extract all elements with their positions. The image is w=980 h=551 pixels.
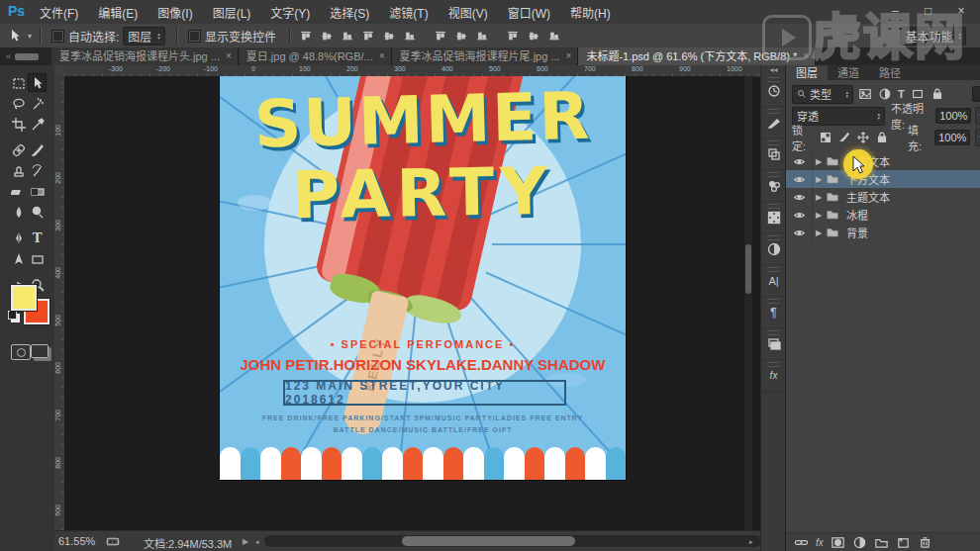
menu-item[interactable]: 窗口(W): [498, 0, 560, 25]
eye-icon[interactable]: [792, 173, 807, 186]
layer-row-主题文本[interactable]: ▶主题文本: [786, 188, 980, 206]
menu-item[interactable]: 滤镜(T): [379, 0, 438, 25]
layer-style-fx-icon[interactable]: fx: [816, 537, 824, 548]
add-mask-icon[interactable]: [831, 535, 845, 550]
layer-name[interactable]: 背景: [846, 225, 868, 240]
distribute-right-icon[interactable]: [547, 30, 561, 43]
opacity-dropdown-button[interactable]: ▾: [975, 107, 980, 125]
dodge-tool[interactable]: [28, 203, 47, 222]
menu-item[interactable]: 图层(L): [203, 0, 261, 25]
filter-type-dropdown[interactable]: 类型 ▴▾: [792, 85, 853, 104]
distribute-top-icon[interactable]: [434, 30, 447, 43]
styles-panel-button[interactable]: fx: [761, 360, 786, 392]
magic-wand-tool[interactable]: [28, 94, 47, 113]
collapse-dock-icon[interactable]: ◂◂: [761, 65, 786, 75]
tab-close-icon[interactable]: ×: [379, 47, 385, 65]
expand-triangle-icon[interactable]: ▶: [813, 175, 825, 184]
menu-item[interactable]: 图像(I): [147, 0, 202, 25]
horizontal-scrollbar-thumb[interactable]: [402, 536, 575, 546]
expand-triangle-icon[interactable]: ▶: [813, 193, 825, 202]
menu-item[interactable]: 文字(Y): [260, 0, 320, 25]
lock-position-icon[interactable]: [856, 131, 870, 144]
swatches-panel-button[interactable]: [761, 202, 786, 233]
tab-close-icon[interactable]: ×: [226, 47, 232, 65]
maximize-button[interactable]: □: [914, 4, 943, 18]
distribute-hcenter-icon[interactable]: [527, 30, 540, 43]
eye-icon[interactable]: [792, 209, 807, 222]
canvas-horizontal-scrollbar[interactable]: [264, 535, 761, 547]
menu-item[interactable]: 选择(S): [320, 0, 379, 25]
scroll-left-arrow-icon[interactable]: ◂: [255, 538, 259, 546]
paragraph-panel-button[interactable]: ¶: [761, 297, 786, 328]
layer-name[interactable]: 冰棍: [846, 207, 868, 223]
filter-toggle[interactable]: [972, 86, 980, 102]
minimize-button[interactable]: –: [880, 4, 910, 18]
document-tab-1[interactable]: 夏季冰品促销海报课程片头.jpg ...×: [51, 47, 239, 65]
type-filter-icon[interactable]: T: [898, 88, 905, 100]
expand-triangle-icon[interactable]: ▶: [813, 157, 825, 166]
marquee-tool[interactable]: [9, 73, 28, 92]
crop-tool[interactable]: [9, 115, 28, 134]
close-button[interactable]: ×: [946, 4, 976, 18]
show-transform-checkbox[interactable]: [188, 30, 201, 43]
default-colors-icon[interactable]: [8, 311, 17, 320]
zoom-level-field[interactable]: 61.55%: [58, 535, 95, 547]
align-vertical-centers-icon[interactable]: [320, 30, 334, 43]
new-group-icon[interactable]: [874, 535, 889, 550]
clone-stamp-tool[interactable]: [9, 161, 28, 180]
panel-tab-图层[interactable]: 图层: [786, 65, 828, 82]
eyedropper-tool[interactable]: [28, 115, 47, 134]
expand-triangle-icon[interactable]: ▶: [813, 211, 825, 220]
status-preview-icon[interactable]: [102, 535, 124, 548]
fill-dropdown-button[interactable]: ▾: [975, 129, 980, 146]
align-left-edges-icon[interactable]: [361, 30, 375, 43]
lock-transparent-icon[interactable]: [819, 131, 833, 144]
link-layers-icon[interactable]: [794, 535, 809, 550]
layer-comps-panel-button[interactable]: [761, 328, 786, 360]
canvas-viewport[interactable]: KELLY SUMMER PARTY • SPECIAL PERFOMANCE …: [64, 76, 752, 530]
menu-item[interactable]: 文件(F): [30, 0, 88, 25]
tab-close-icon[interactable]: ×: [566, 47, 572, 65]
history-brush-tool[interactable]: [28, 161, 47, 180]
eye-icon[interactable]: [792, 155, 807, 168]
eraser-tool[interactable]: [9, 182, 28, 201]
move-tool-option-icon[interactable]: ▾: [6, 24, 32, 47]
opacity-value[interactable]: 100%: [935, 108, 971, 124]
lock-pixels-icon[interactable]: [837, 131, 851, 144]
menu-item[interactable]: 帮助(H): [560, 0, 621, 25]
tab-close-icon[interactable]: ×: [803, 47, 809, 65]
align-bottom-edges-icon[interactable]: [341, 30, 354, 43]
distribute-left-icon[interactable]: [506, 30, 520, 43]
smart-object-filter-icon[interactable]: [931, 87, 944, 101]
align-right-edges-icon[interactable]: [403, 30, 417, 43]
document-tab-2[interactable]: 夏日.jpg @ 48.8%(RGB/...×: [239, 47, 392, 65]
poster-document[interactable]: KELLY SUMMER PARTY • SPECIAL PERFOMANCE …: [220, 76, 626, 480]
scroll-right-arrow-icon[interactable]: ▸: [749, 538, 753, 546]
add-adjustment-icon[interactable]: [852, 535, 867, 550]
auto-select-dropdown[interactable]: 图层 ▴▾: [123, 27, 165, 46]
shape-tool[interactable]: [28, 249, 47, 268]
visibility-cell[interactable]: [786, 170, 813, 188]
foreground-color-swatch[interactable]: [11, 285, 37, 311]
blur-tool[interactable]: [9, 203, 28, 222]
pixel-filter-icon[interactable]: [858, 87, 872, 101]
new-layer-icon[interactable]: [896, 535, 911, 550]
type-tool[interactable]: T: [28, 229, 47, 247]
clone-source-panel-button[interactable]: [761, 138, 786, 170]
visibility-cell[interactable]: [786, 188, 813, 206]
document-tab-3[interactable]: 夏季冰品促销海报课程片尾.jpg ...×: [392, 47, 579, 65]
fill-value[interactable]: 100%: [934, 130, 970, 145]
history-panel-button[interactable]: [761, 75, 786, 107]
layer-row-背景[interactable]: ▶背景: [786, 224, 980, 241]
panel-tab-通道[interactable]: 通道: [828, 65, 869, 82]
adjustment-filter-icon[interactable]: [878, 87, 892, 101]
delete-layer-icon[interactable]: [918, 535, 932, 550]
menu-item[interactable]: 编辑(E): [88, 0, 147, 25]
brush-tool[interactable]: [28, 140, 47, 159]
character-panel-button[interactable]: A|: [761, 265, 786, 297]
document-tab-4[interactable]: 未标题-1.psd @ 61.6% (下方文本, RGB/8) *×: [578, 47, 816, 65]
visibility-cell[interactable]: [786, 206, 813, 224]
expand-triangle-icon[interactable]: ▶: [813, 229, 825, 237]
screen-mode-icon[interactable]: [31, 344, 49, 358]
lasso-tool[interactable]: [9, 94, 28, 113]
